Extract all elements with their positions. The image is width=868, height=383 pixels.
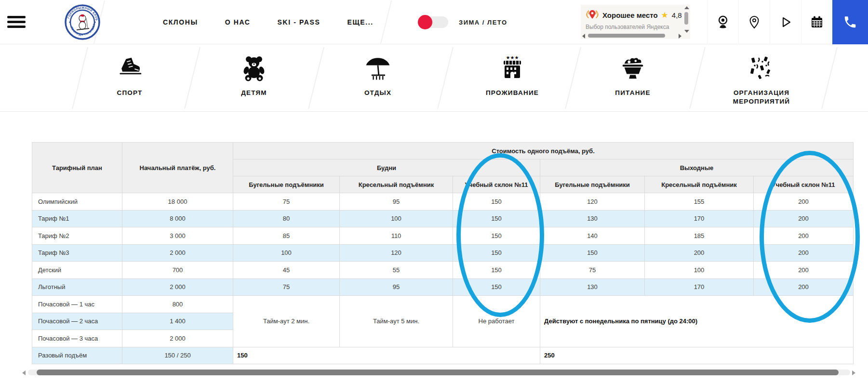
tile-label-kids: ДЕТЯМ xyxy=(187,89,321,97)
call-button[interactable] xyxy=(832,0,868,44)
yandex-rating-badge[interactable]: Хорошее место ★ 4,8 Выбор пользователей … xyxy=(581,5,690,39)
table-row: Льготный 2 000 75 95 150 130 170 200 xyxy=(32,278,854,296)
nav-item-about[interactable]: О НАС xyxy=(225,18,251,26)
initial-cell: 700 xyxy=(122,262,233,279)
initial-cell: 18 000 xyxy=(122,193,233,211)
plan-cell: Почасовой — 1 час xyxy=(32,296,122,313)
season-switcher: ЗИМА / ЛЕТО xyxy=(418,16,507,28)
table-row: Почасовой — 1 час 800 Тайм-аут 2 мин. Та… xyxy=(32,296,854,313)
initial-cell: 2 000 xyxy=(122,278,233,296)
vertical-scroll-thumb[interactable] xyxy=(684,12,688,25)
initial-cell: 2 000 xyxy=(122,244,233,262)
price-cell: 200 xyxy=(754,244,854,262)
table-row: Тариф №1 8 000 80 100 150 130 170 200 xyxy=(32,210,854,227)
plan-cell: Детский xyxy=(32,262,122,279)
ski-boot-icon xyxy=(115,57,144,82)
location-button[interactable] xyxy=(738,0,770,44)
nav-item-skipass[interactable]: SKI - PASS xyxy=(278,18,320,26)
price-cell: 200 xyxy=(645,244,754,262)
season-toggle-label: ЗИМА / ЛЕТО xyxy=(459,19,507,26)
scrollbar-thumb[interactable] xyxy=(37,370,839,375)
single-lift-weekday-price: 150 xyxy=(233,347,540,364)
price-cell: 100 xyxy=(645,262,754,279)
horizontal-scroll-thumb[interactable] xyxy=(588,34,665,38)
scroll-left-arrow-icon[interactable] xyxy=(22,370,26,375)
top-header: ГОРНОЛЫЖНЫЙ КЛУБ ЛЕОНИДА ТЯГАЧЕВА СКЛОНЫ… xyxy=(0,0,868,44)
webcam-button[interactable] xyxy=(707,0,738,44)
booking-calendar-button[interactable] xyxy=(801,0,832,44)
plan-cell: Почасовой — 3 часа xyxy=(32,330,122,347)
table-row: Детский 700 45 55 150 75 100 200 xyxy=(32,262,854,279)
video-button[interactable] xyxy=(770,0,801,44)
price-cell: 80 xyxy=(233,210,340,227)
col-header-initial-payment: Начальный платёж, руб. xyxy=(122,143,233,193)
umbrella-icon xyxy=(363,55,392,82)
col-header-weekdays: Будни xyxy=(233,159,540,176)
hamburger-menu-button[interactable] xyxy=(7,16,26,28)
sub-header-weekend-chair-lift: Кресельный подъёмник xyxy=(645,176,754,193)
table-row: Тариф №3 2 000 100 120 150 150 200 200 xyxy=(32,244,854,262)
tile-leisure[interactable]: ОТДЫХ xyxy=(310,51,445,97)
tile-kids[interactable]: ДЕТЯМ xyxy=(187,51,321,97)
price-cell: 95 xyxy=(340,193,453,211)
price-cell: 55 xyxy=(340,262,453,279)
price-cell: 45 xyxy=(233,262,340,279)
note-weekday-validity: Действуют с понедельника по пятницу (до … xyxy=(540,296,854,347)
price-table: Тарифный план Начальный платёж, руб. Сто… xyxy=(32,142,854,364)
price-cell: 75 xyxy=(540,262,645,279)
scroll-down-arrow-icon[interactable] xyxy=(684,30,689,33)
note-chair-timeout: Тайм-аут 5 мин. xyxy=(340,296,453,347)
teddy-bear-icon xyxy=(241,55,267,82)
season-toggle[interactable] xyxy=(418,16,448,28)
price-cell: 200 xyxy=(754,278,854,296)
price-cell: 130 xyxy=(540,278,645,296)
note-tbar-timeout: Тайм-аут 2 мин. xyxy=(233,296,340,347)
scroll-up-arrow-icon[interactable] xyxy=(684,6,689,9)
tile-label-accommodation: ПРОЖИВАНИЕ xyxy=(445,89,580,97)
sub-header-weekend-training-slope: Учебный склон №11 xyxy=(754,176,854,193)
header-icon-bar xyxy=(707,0,832,44)
badge-vertical-scrollbar[interactable] xyxy=(683,6,690,33)
plan-cell: Олимпийский xyxy=(32,193,122,211)
tile-sport[interactable]: СПОРТ xyxy=(62,51,197,97)
club-logo-icon: ГОРНОЛЫЖНЫЙ КЛУБ ЛЕОНИДА ТЯГАЧЕВА xyxy=(64,4,101,40)
price-cell: 200 xyxy=(754,262,854,279)
season-toggle-knob[interactable] xyxy=(418,15,432,29)
scroll-right-arrow-icon[interactable] xyxy=(679,34,681,39)
table-row: Олимпийский 18 000 75 95 150 120 155 200 xyxy=(32,193,854,211)
price-cell: 120 xyxy=(340,244,453,262)
plan-cell: Льготный xyxy=(32,278,122,296)
price-cell: 200 xyxy=(754,193,854,211)
sub-header-weekday-tbar-lifts: Бугельные подъёмники xyxy=(233,176,340,193)
page-horizontal-scrollbar[interactable] xyxy=(0,369,868,376)
badge-horizontal-scrollbar[interactable] xyxy=(582,33,681,38)
col-header-weekends: Выходные xyxy=(540,159,854,176)
nav-item-slopes[interactable]: СКЛОНЫ xyxy=(163,18,198,26)
price-cell: 150 xyxy=(453,278,540,296)
club-logo[interactable]: ГОРНОЛЫЖНЫЙ КЛУБ ЛЕОНИДА ТЯГАЧЕВА xyxy=(64,4,101,40)
plan-cell: Тариф №1 xyxy=(32,210,122,227)
tile-events[interactable]: ОРГАНИЗАЦИЯ МЕРОПРИЯТИЙ xyxy=(694,51,829,106)
tile-label-food: ПИТАНИЕ xyxy=(565,89,700,97)
tile-accommodation[interactable]: ★★★ ПРОЖИВАНИЕ xyxy=(445,51,580,97)
col-header-plan: Тарифный план xyxy=(32,143,122,193)
initial-cell: 800 xyxy=(122,296,233,313)
sub-header-weekday-training-slope: Учебный склон №11 xyxy=(453,176,540,193)
scroll-left-arrow-icon[interactable] xyxy=(582,34,585,39)
price-cell: 100 xyxy=(233,244,340,262)
table-row: Разовый подъём 150 / 250 150 250 xyxy=(32,347,854,364)
price-cell: 185 xyxy=(645,227,754,245)
price-cell: 150 xyxy=(453,227,540,245)
tile-food[interactable]: ПИТАНИЕ xyxy=(565,51,700,97)
webcam-icon xyxy=(715,14,731,30)
nav-item-more[interactable]: ЕЩЕ... xyxy=(347,18,373,26)
plan-cell: Разовый подъём xyxy=(32,347,122,364)
col-header-cost-group: Стоимость одного подъёма, руб. xyxy=(233,143,854,159)
scroll-right-arrow-icon[interactable] xyxy=(852,370,855,375)
price-cell: 100 xyxy=(340,210,453,227)
sub-header-weekday-chair-lift: Кресельный подъёмник xyxy=(340,176,453,193)
price-cell: 75 xyxy=(233,278,340,296)
initial-cell: 2 000 xyxy=(122,330,233,347)
category-tiles-row: СПОРТ ДЕТЯМ xyxy=(0,44,868,112)
main-nav: СКЛОНЫ О НАС SKI - PASS ЕЩЕ... xyxy=(163,0,374,44)
